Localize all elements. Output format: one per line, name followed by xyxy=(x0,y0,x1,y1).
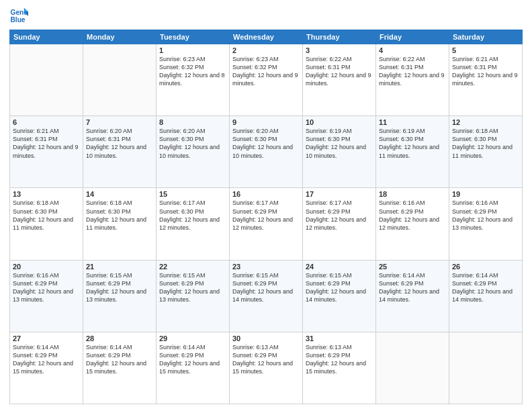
calendar-cell: 24Sunrise: 6:15 AM Sunset: 6:29 PM Dayli… xyxy=(303,260,376,332)
calendar-cell: 11Sunrise: 6:19 AM Sunset: 6:30 PM Dayli… xyxy=(376,116,449,188)
calendar-cell: 8Sunrise: 6:20 AM Sunset: 6:30 PM Daylig… xyxy=(157,116,230,188)
calendar-cell: 29Sunrise: 6:14 AM Sunset: 6:29 PM Dayli… xyxy=(157,332,230,404)
day-info: Sunrise: 6:14 AM Sunset: 6:29 PM Dayligh… xyxy=(13,343,80,376)
day-info: Sunrise: 6:17 AM Sunset: 6:29 PM Dayligh… xyxy=(306,199,373,232)
calendar-cell: 10Sunrise: 6:19 AM Sunset: 6:30 PM Dayli… xyxy=(303,116,376,188)
day-number: 19 xyxy=(452,190,519,198)
calendar-cell: 27Sunrise: 6:14 AM Sunset: 6:29 PM Dayli… xyxy=(10,332,83,404)
calendar-cell: 9Sunrise: 6:20 AM Sunset: 6:30 PM Daylig… xyxy=(230,116,303,188)
week-row-0: 1Sunrise: 6:23 AM Sunset: 6:32 PM Daylig… xyxy=(10,44,523,116)
day-info: Sunrise: 6:20 AM Sunset: 6:30 PM Dayligh… xyxy=(159,127,226,160)
calendar-cell: 30Sunrise: 6:13 AM Sunset: 6:29 PM Dayli… xyxy=(230,332,303,404)
day-info: Sunrise: 6:21 AM Sunset: 6:31 PM Dayligh… xyxy=(13,127,80,160)
day-info: Sunrise: 6:20 AM Sunset: 6:30 PM Dayligh… xyxy=(232,127,300,160)
calendar-cell: 20Sunrise: 6:16 AM Sunset: 6:29 PM Dayli… xyxy=(10,260,83,332)
calendar-cell: 2Sunrise: 6:23 AM Sunset: 6:32 PM Daylig… xyxy=(230,44,303,116)
day-number: 28 xyxy=(86,334,153,342)
day-info: Sunrise: 6:16 AM Sunset: 6:29 PM Dayligh… xyxy=(379,199,446,232)
calendar-cell: 14Sunrise: 6:18 AM Sunset: 6:30 PM Dayli… xyxy=(83,188,157,260)
calendar-cell: 16Sunrise: 6:17 AM Sunset: 6:29 PM Dayli… xyxy=(230,188,303,260)
calendar-cell xyxy=(83,44,157,116)
calendar-cell xyxy=(449,332,523,404)
day-info: Sunrise: 6:22 AM Sunset: 6:31 PM Dayligh… xyxy=(306,55,373,88)
calendar-cell: 15Sunrise: 6:17 AM Sunset: 6:30 PM Dayli… xyxy=(157,188,230,260)
calendar-cell: 5Sunrise: 6:21 AM Sunset: 6:31 PM Daylig… xyxy=(449,44,523,116)
logo-icon: General Blue xyxy=(9,7,28,26)
day-number: 2 xyxy=(232,46,300,54)
calendar-cell: 13Sunrise: 6:18 AM Sunset: 6:30 PM Dayli… xyxy=(10,188,83,260)
week-row-3: 20Sunrise: 6:16 AM Sunset: 6:29 PM Dayli… xyxy=(10,260,523,332)
day-number: 7 xyxy=(86,118,153,126)
day-info: Sunrise: 6:16 AM Sunset: 6:29 PM Dayligh… xyxy=(452,199,519,232)
calendar-cell: 4Sunrise: 6:22 AM Sunset: 6:31 PM Daylig… xyxy=(376,44,449,116)
calendar: SundayMondayTuesdayWednesdayThursdayFrid… xyxy=(9,30,523,404)
day-number: 27 xyxy=(13,334,80,342)
day-info: Sunrise: 6:15 AM Sunset: 6:29 PM Dayligh… xyxy=(159,271,226,304)
calendar-cell: 28Sunrise: 6:14 AM Sunset: 6:29 PM Dayli… xyxy=(83,332,157,404)
day-number: 4 xyxy=(379,46,446,54)
day-info: Sunrise: 6:21 AM Sunset: 6:31 PM Dayligh… xyxy=(452,55,519,88)
day-info: Sunrise: 6:18 AM Sunset: 6:30 PM Dayligh… xyxy=(452,127,519,160)
day-number: 29 xyxy=(159,334,226,342)
week-row-2: 13Sunrise: 6:18 AM Sunset: 6:30 PM Dayli… xyxy=(10,188,523,260)
day-info: Sunrise: 6:14 AM Sunset: 6:29 PM Dayligh… xyxy=(379,271,446,304)
weekday-header-saturday: Saturday xyxy=(449,30,523,44)
day-info: Sunrise: 6:15 AM Sunset: 6:29 PM Dayligh… xyxy=(232,271,300,304)
calendar-cell xyxy=(10,44,83,116)
day-info: Sunrise: 6:17 AM Sunset: 6:30 PM Dayligh… xyxy=(159,199,226,232)
calendar-cell: 3Sunrise: 6:22 AM Sunset: 6:31 PM Daylig… xyxy=(303,44,376,116)
calendar-cell xyxy=(376,332,449,404)
day-info: Sunrise: 6:19 AM Sunset: 6:30 PM Dayligh… xyxy=(306,127,373,160)
day-info: Sunrise: 6:14 AM Sunset: 6:29 PM Dayligh… xyxy=(159,343,226,376)
weekday-header-thursday: Thursday xyxy=(303,30,376,44)
day-number: 30 xyxy=(232,334,300,342)
day-info: Sunrise: 6:22 AM Sunset: 6:31 PM Dayligh… xyxy=(379,55,446,88)
day-info: Sunrise: 6:18 AM Sunset: 6:30 PM Dayligh… xyxy=(13,199,80,232)
calendar-cell: 17Sunrise: 6:17 AM Sunset: 6:29 PM Dayli… xyxy=(303,188,376,260)
day-number: 9 xyxy=(232,118,300,126)
day-number: 31 xyxy=(306,334,373,342)
day-number: 23 xyxy=(232,263,300,271)
week-row-1: 6Sunrise: 6:21 AM Sunset: 6:31 PM Daylig… xyxy=(10,116,523,188)
day-number: 26 xyxy=(452,263,519,271)
day-info: Sunrise: 6:16 AM Sunset: 6:29 PM Dayligh… xyxy=(13,271,80,304)
day-number: 25 xyxy=(379,263,446,271)
weekday-header-friday: Friday xyxy=(376,30,449,44)
header: General Blue xyxy=(9,7,523,26)
page: General Blue SundayMondayTuesdayWednesda… xyxy=(0,0,532,411)
day-info: Sunrise: 6:15 AM Sunset: 6:29 PM Dayligh… xyxy=(86,271,153,304)
day-number: 13 xyxy=(13,190,80,198)
day-number: 10 xyxy=(306,118,373,126)
day-number: 17 xyxy=(306,190,373,198)
day-info: Sunrise: 6:14 AM Sunset: 6:29 PM Dayligh… xyxy=(86,343,153,376)
calendar-cell: 21Sunrise: 6:15 AM Sunset: 6:29 PM Dayli… xyxy=(83,260,157,332)
calendar-cell: 26Sunrise: 6:14 AM Sunset: 6:29 PM Dayli… xyxy=(449,260,523,332)
day-info: Sunrise: 6:15 AM Sunset: 6:29 PM Dayligh… xyxy=(306,271,373,304)
logo: General Blue xyxy=(9,7,31,26)
day-info: Sunrise: 6:13 AM Sunset: 6:29 PM Dayligh… xyxy=(306,343,373,376)
day-info: Sunrise: 6:19 AM Sunset: 6:30 PM Dayligh… xyxy=(379,127,446,160)
calendar-cell: 23Sunrise: 6:15 AM Sunset: 6:29 PM Dayli… xyxy=(230,260,303,332)
day-number: 11 xyxy=(379,118,446,126)
day-number: 1 xyxy=(159,46,226,54)
calendar-cell: 22Sunrise: 6:15 AM Sunset: 6:29 PM Dayli… xyxy=(157,260,230,332)
calendar-cell: 18Sunrise: 6:16 AM Sunset: 6:29 PM Dayli… xyxy=(376,188,449,260)
day-number: 8 xyxy=(159,118,226,126)
weekday-header-monday: Monday xyxy=(83,30,157,44)
day-number: 3 xyxy=(306,46,373,54)
weekday-header-sunday: Sunday xyxy=(10,30,83,44)
calendar-cell: 19Sunrise: 6:16 AM Sunset: 6:29 PM Dayli… xyxy=(449,188,523,260)
day-number: 14 xyxy=(86,190,153,198)
day-number: 12 xyxy=(452,118,519,126)
svg-text:Blue: Blue xyxy=(11,16,26,24)
day-number: 24 xyxy=(306,263,373,271)
week-row-4: 27Sunrise: 6:14 AM Sunset: 6:29 PM Dayli… xyxy=(10,332,523,404)
day-info: Sunrise: 6:20 AM Sunset: 6:31 PM Dayligh… xyxy=(86,127,153,160)
day-number: 15 xyxy=(159,190,226,198)
calendar-cell: 6Sunrise: 6:21 AM Sunset: 6:31 PM Daylig… xyxy=(10,116,83,188)
day-info: Sunrise: 6:13 AM Sunset: 6:29 PM Dayligh… xyxy=(232,343,300,376)
day-number: 16 xyxy=(232,190,300,198)
calendar-cell: 25Sunrise: 6:14 AM Sunset: 6:29 PM Dayli… xyxy=(376,260,449,332)
day-info: Sunrise: 6:23 AM Sunset: 6:32 PM Dayligh… xyxy=(232,55,300,88)
calendar-cell: 7Sunrise: 6:20 AM Sunset: 6:31 PM Daylig… xyxy=(83,116,157,188)
